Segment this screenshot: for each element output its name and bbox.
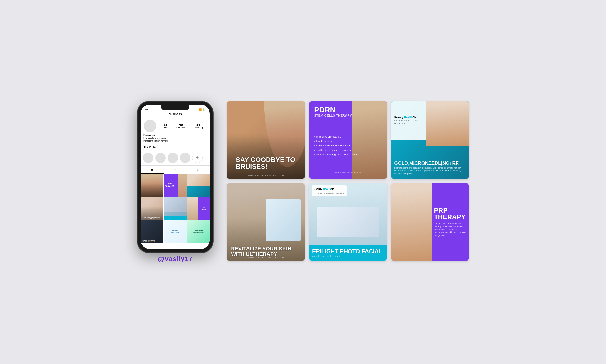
profile-bio-line1: I will create professional xyxy=(144,137,207,140)
watermark: @Vasily17 xyxy=(137,255,213,263)
card-prp-title: PRP THERAPY xyxy=(434,207,466,220)
followers-count: 40 xyxy=(179,123,183,126)
pdrn-item-4: Tightens and minimizes pores xyxy=(314,148,382,152)
instagram-header: business xyxy=(141,111,210,117)
card-pdrn-url: www.beautyhealthy.com xyxy=(314,172,382,174)
card-bruises-title: SAY GOODBYE TO BRUISES! xyxy=(236,156,296,170)
grid-post-5-label: EPILIGHT PHOTO FACIAL xyxy=(169,218,182,219)
card-pdrn-list: Improves skin texture Lightens acne scar… xyxy=(314,134,382,157)
prp-image xyxy=(391,183,434,261)
posts-label: Posts xyxy=(163,127,168,129)
followers-label: Followers xyxy=(176,127,185,129)
tab-tagged[interactable]: ☺ xyxy=(187,166,210,174)
grid-post-5[interactable]: EPILIGHT PHOTO FACIAL xyxy=(164,197,186,220)
card-epilight-title: EPILIGHT PHOTO FACIAL xyxy=(312,248,384,254)
grid-post-3-label: GOLD MICRONEEDLING+RF xyxy=(187,195,209,196)
story-highlights: + xyxy=(141,152,210,165)
grid-post-8[interactable]: CO2 LASERRESURFACING xyxy=(164,220,186,243)
card-pdrn-title: PDRN xyxy=(314,106,382,114)
pdrn-item-5: Stimulates hair growth on the scalp xyxy=(314,152,382,157)
profile-tabs: ⊞ ▷ ☺ xyxy=(141,165,210,174)
grid-post-2[interactable]: PDRNSTEM CELLSTHERAPY xyxy=(164,174,186,197)
card-pdrn: PDRN STEM CELLS THERAPY Improves skin te… xyxy=(309,101,387,179)
phone-wrapper: 9:41 📶 🔋 business 11 Posts 4 xyxy=(137,101,213,263)
card-prp-desc: PRP, or Platelet-Rich Plasma therapy, ha… xyxy=(434,222,466,237)
highlight-3[interactable] xyxy=(168,153,178,163)
card-prp: PRP THERAPY PRP, or Platelet-Rich Plasma… xyxy=(391,183,469,261)
epilight-logo-bg: Beauty HealthNY AESTHETICS & WELLNESS GR… xyxy=(312,185,347,196)
phone-notch xyxy=(161,104,189,110)
highlight-4[interactable] xyxy=(180,153,190,163)
micro-logo: Beauty HealthNY AESTHETICS & WELLNESS GR… xyxy=(394,116,424,125)
card-epilight-url: www.beautyhealthy.com xyxy=(312,255,384,257)
phone-frame: 9:41 📶 🔋 business 11 Posts 4 xyxy=(137,101,213,253)
grid-post-9[interactable]: LED TREATMENTFOR RADIANT SKIN xyxy=(187,220,210,243)
posts-grid: SAY GOODBYE TO BRUISES! PDRNSTEM CELLSTH… xyxy=(141,174,210,243)
micro-desc: This cutting-edge treatment combines mic… xyxy=(394,163,466,175)
pdrn-item-3: Minimize visible blood vessels xyxy=(314,143,382,148)
card-micro: Beauty HealthNY AESTHETICS & WELLNESS GR… xyxy=(391,101,469,179)
prp-panel: PRP THERAPY PRP, or Platelet-Rich Plasma… xyxy=(432,183,469,261)
highlight-2[interactable] xyxy=(155,153,166,163)
posts-row-2: REVITALIZE YOUR SKIN WITH ULTHERAPY WWW.… xyxy=(227,183,469,261)
card-pdrn-subtitle: STEM CELLS THERAPY xyxy=(314,114,382,117)
grid-post-9-label: LED TREATMENTFOR RADIANT SKIN xyxy=(193,230,204,233)
grid-post-4-label: REVITALIZE YOUR SKIN WITH ULTHERAPY xyxy=(141,217,163,219)
epilight-logo: Beauty HealthNY xyxy=(314,187,335,190)
stat-posts: 11 Posts xyxy=(163,123,168,129)
grid-post-6-label: PRPTHERAPY xyxy=(199,207,209,210)
profile-avatar xyxy=(144,119,157,132)
main-container: 9:41 📶 🔋 business 11 Posts 4 xyxy=(137,101,469,263)
grid-post-1-label: SAY GOODBYE TO BRUISES! xyxy=(141,195,163,196)
stat-following: 14 Following xyxy=(194,123,203,129)
card-bruises-url: WWW.BEAUTYHEALTHNY.COM xyxy=(227,174,305,177)
pdrn-item-1: Improves skin texture xyxy=(314,134,382,139)
grid-post-8-label: CO2 LASERRESURFACING xyxy=(171,230,179,233)
grid-post-7-label: READY TO TRANSFORMYOUR SKIN THIS SEASON? xyxy=(141,240,156,242)
epilight-brand-sub: AESTHETICS & WELLNESS GROUP NYC xyxy=(314,193,345,194)
epilight-device xyxy=(317,207,379,238)
add-highlight-button[interactable]: + xyxy=(192,153,203,163)
grid-post-1[interactable]: SAY GOODBYE TO BRUISES! xyxy=(141,174,163,197)
grid-post-7[interactable]: READY TO TRANSFORMYOUR SKIN THIS SEASON? xyxy=(141,220,163,243)
following-count: 14 xyxy=(197,123,200,126)
grid-post-4[interactable]: REVITALIZE YOUR SKIN WITH ULTHERAPY xyxy=(141,197,163,220)
tab-reels[interactable]: ▷ xyxy=(164,166,186,174)
posts-showcase: SAY GOODBYE TO BRUISES! WWW.BEAUTYHEALTH… xyxy=(227,101,469,260)
card-revitalize: REVITALIZE YOUR SKIN WITH ULTHERAPY WWW.… xyxy=(227,183,305,261)
grid-post-3[interactable]: GOLD MICRONEEDLING+RF xyxy=(187,174,210,197)
stat-followers: 40 Followers xyxy=(176,123,185,129)
revit-device xyxy=(266,199,301,241)
posts-row-1: SAY GOODBYE TO BRUISES! WWW.BEAUTYHEALTH… xyxy=(227,101,469,179)
micro-logo-bg: Beauty HealthNY AESTHETICS & WELLNESS GR… xyxy=(391,101,426,140)
grid-post-6[interactable]: PRPTHERAPY xyxy=(187,197,210,220)
profile-username: business xyxy=(169,112,182,116)
status-icons: 📶 🔋 xyxy=(199,108,205,111)
card-revitalize-url: WWW.BEAUTYHEALTHNY.COM xyxy=(227,256,305,259)
epilight-banner: EPILIGHT PHOTO FACIAL www.beautyhealthy.… xyxy=(309,245,387,260)
card-revitalize-title: REVITALIZE YOUR SKIN WITH ULTHERAPY xyxy=(231,246,301,257)
profile-bio-line2: Instagram content for you xyxy=(144,140,207,143)
tab-grid[interactable]: ⊞ xyxy=(141,166,164,174)
card-bruises: SAY GOODBYE TO BRUISES! WWW.BEAUTYHEALTH… xyxy=(227,101,305,179)
card-epilight: Beauty HealthNY AESTHETICS & WELLNESS GR… xyxy=(309,183,387,261)
micro-image xyxy=(426,101,469,146)
profile-name: Business xyxy=(144,133,207,137)
status-time: 9:41 xyxy=(145,108,150,111)
profile-bio: Business I will create professional Inst… xyxy=(141,133,210,144)
pdrn-item-2: Lightens acne scars xyxy=(314,139,382,143)
highlight-1[interactable] xyxy=(143,153,153,163)
edit-profile-button[interactable]: Edit Profile xyxy=(143,145,158,150)
following-label: Following xyxy=(194,127,203,129)
phone-screen: 9:41 📶 🔋 business 11 Posts 4 xyxy=(141,104,210,249)
posts-count: 11 xyxy=(164,123,167,126)
grid-post-2-label: PDRNSTEM CELLSTHERAPY xyxy=(165,183,175,188)
